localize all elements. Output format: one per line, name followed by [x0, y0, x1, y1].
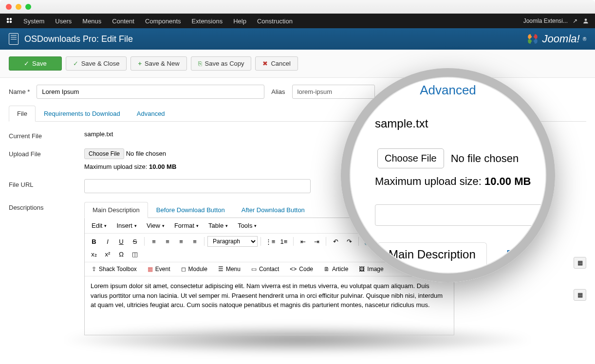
event-button[interactable]: ▦Event [144, 264, 174, 274]
tab-advanced[interactable]: Advanced [129, 106, 173, 122]
menu-components[interactable]: Components [145, 18, 181, 25]
underline-icon[interactable]: U [115, 236, 128, 247]
subtab-after-download[interactable]: After Download Button [233, 202, 313, 218]
readmore-icon[interactable]: ◫ [129, 248, 141, 260]
align-left-icon[interactable]: ≡ [148, 236, 160, 247]
strikethrough-icon[interactable]: S [129, 236, 141, 247]
calendar-icon[interactable]: ▦ [574, 289, 586, 301]
editor-menu-insert[interactable]: Insert▾ [112, 220, 141, 231]
joomla-top-menu: System Users Menus Content Components Ex… [0, 14, 595, 28]
editor-menu-format[interactable]: Format▾ [170, 220, 203, 231]
menu-extensions[interactable]: Extensions [192, 18, 223, 25]
menu-system[interactable]: System [23, 18, 44, 25]
mag-advanced-tab: Advanced [420, 83, 476, 98]
save-copy-button[interactable]: ⎘ Save as Copy [191, 56, 252, 71]
save-button[interactable]: ✓ Save [9, 56, 62, 71]
joomla-home-icon[interactable] [6, 17, 13, 25]
editor-menu-view[interactable]: View▾ [143, 220, 168, 231]
descriptions-label: Descriptions [9, 202, 84, 335]
outdent-icon[interactable]: ⇤ [297, 236, 309, 247]
svg-point-3 [10, 20, 12, 23]
subtab-before-download[interactable]: Before Download Button [148, 202, 233, 218]
menu-users[interactable]: Users [55, 18, 72, 25]
subscript-icon[interactable]: x₂ [88, 248, 100, 260]
numbered-list-icon[interactable]: 1≡ [278, 236, 290, 247]
mac-zoom-dot[interactable] [25, 4, 31, 10]
mag-sample-filename: sample.txt [375, 117, 428, 130]
file-icon [9, 33, 19, 45]
align-right-icon[interactable]: ≡ [175, 236, 187, 247]
align-center-icon[interactable]: ≡ [161, 236, 174, 247]
article-button[interactable]: 🗎Article [320, 264, 352, 274]
undo-icon[interactable]: ↶ [329, 236, 342, 247]
name-input[interactable] [37, 85, 264, 99]
file-url-input[interactable] [84, 179, 311, 193]
contact-button[interactable]: ▭Contact [247, 264, 283, 274]
name-label: Name * [9, 88, 30, 95]
site-name-link[interactable]: Joomla Extensi... [523, 18, 568, 24]
page-title-bar: OSDownloads Pro: Edit File Joomla!® [0, 28, 595, 50]
svg-point-2 [7, 20, 9, 23]
alias-input[interactable] [292, 85, 375, 99]
subtab-main-description[interactable]: Main Description [84, 202, 148, 218]
cancel-button[interactable]: ✖ Cancel [255, 56, 298, 71]
mag-url-input[interactable] [375, 204, 545, 226]
mac-minimize-dot[interactable] [16, 4, 21, 10]
upload-icon: ⇪ [92, 266, 96, 273]
contact-icon: ▭ [251, 266, 257, 273]
special-char-icon[interactable]: Ω [115, 248, 128, 260]
menu-menus[interactable]: Menus [82, 18, 101, 25]
menu-button[interactable]: ☰Menu [214, 264, 244, 274]
mag-subtab-main[interactable]: Main Description [377, 242, 487, 266]
joomla-logo: Joomla!® [526, 32, 586, 46]
external-link-icon[interactable]: ↗ [573, 18, 577, 24]
mac-window-chrome [0, 0, 595, 14]
alias-label: Alias [271, 88, 285, 95]
superscript-icon[interactable]: x² [101, 248, 114, 260]
image-icon: 🖼 [359, 266, 365, 273]
editor-content-area[interactable]: Lorem ipsum dolor sit amet, consectetur … [85, 276, 454, 335]
check-icon: ✓ [73, 60, 78, 67]
bold-icon[interactable]: B [88, 236, 100, 247]
indent-icon[interactable]: ⇥ [310, 236, 323, 247]
editor-menu-edit[interactable]: Edit▾ [88, 220, 111, 231]
redo-icon[interactable]: ↷ [343, 236, 355, 247]
max-upload-label: Maximum upload size: [84, 163, 149, 170]
menu-help[interactable]: Help [233, 18, 246, 25]
module-icon: ◻ [181, 266, 186, 273]
cancel-icon: ✖ [262, 60, 268, 67]
file-url-label: File URL [9, 179, 84, 193]
tab-requirements[interactable]: Requirements to Download [36, 106, 129, 122]
mag-choose-file-button[interactable]: Choose File [377, 148, 444, 168]
calendar-icon: ▦ [148, 266, 153, 273]
user-icon[interactable] [582, 18, 589, 24]
article-icon: 🗎 [324, 266, 330, 273]
save-close-button[interactable]: ✓ Save & Close [66, 56, 127, 71]
italic-icon[interactable]: I [101, 236, 114, 247]
code-icon: <> [290, 266, 297, 273]
copy-icon: ⎘ [198, 60, 202, 67]
menu-construction[interactable]: Construction [257, 18, 293, 25]
calendar-icon[interactable]: ▦ [574, 257, 586, 269]
menu-content[interactable]: Content [112, 18, 134, 25]
current-file-label: Current File [9, 130, 84, 140]
svg-point-4 [585, 18, 587, 21]
image-button[interactable]: 🖼Image [355, 264, 387, 274]
magnifier-overlay: Advanced sample.txt Choose File No file … [341, 68, 555, 282]
editor-menu-tools[interactable]: Tools▾ [234, 220, 260, 231]
editor-menu-table[interactable]: Table▾ [205, 220, 232, 231]
tab-file[interactable]: File [9, 106, 36, 122]
svg-point-1 [10, 18, 12, 20]
shack-toolbox-button[interactable]: ⇪Shack Toolbox [88, 264, 141, 274]
align-justify-icon[interactable]: ≡ [188, 236, 201, 247]
action-toolbar: ✓ Save ✓ Save & Close + Save & New ⎘ Sav… [0, 50, 595, 78]
mac-close-dot[interactable] [6, 4, 12, 10]
bullet-list-icon[interactable]: ⋮≡ [264, 236, 277, 247]
mag-max-upload-value: 10.00 MB [484, 175, 531, 187]
code-button[interactable]: <>Code [286, 264, 317, 274]
choose-file-button[interactable]: Choose File [84, 148, 124, 159]
plus-icon: + [138, 60, 142, 67]
module-button[interactable]: ◻Module [177, 264, 211, 274]
save-new-button[interactable]: + Save & New [130, 56, 186, 71]
paragraph-select[interactable]: Paragraph [207, 236, 258, 247]
